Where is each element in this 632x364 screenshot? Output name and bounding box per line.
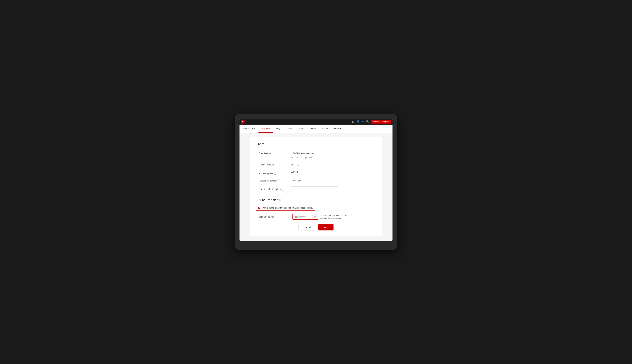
title-bar: ✕ ⊞ 👤 ✉ 🔍 Proceed to Logout bbox=[240, 119, 392, 124]
date-input-wrap: 📅 bbox=[292, 214, 318, 220]
logout-button[interactable]: Proceed to Logout bbox=[371, 120, 391, 124]
processing-fee-info-icon[interactable]: i bbox=[274, 172, 276, 175]
nav-request[interactable]: Request bbox=[331, 124, 346, 133]
purpose-of-transfer-row: Purpose of Transfer i Transport Food Edu… bbox=[256, 178, 376, 183]
nav-transfer[interactable]: Transfer bbox=[258, 124, 273, 133]
from-account-select[interactable]: POSB eSavings Account DBS Savings Accoun… bbox=[291, 150, 338, 156]
nav-invest[interactable]: Invest bbox=[306, 124, 319, 133]
form-container: From From Account POSB eSavings Account … bbox=[250, 137, 382, 236]
comments-row: Comments for Recipient i bbox=[256, 186, 376, 192]
purpose-of-transfer-select[interactable]: Transport Food Education Medical Others bbox=[291, 178, 338, 183]
currency-label: S$ bbox=[291, 164, 294, 166]
date-input[interactable] bbox=[293, 214, 312, 219]
calendar-icon[interactable]: 📅 bbox=[312, 214, 318, 220]
comments-control bbox=[291, 186, 373, 192]
comments-info-icon[interactable]: i bbox=[282, 188, 284, 190]
nav-plan[interactable]: Plan bbox=[296, 124, 306, 133]
processing-fee-label: Processing Fee i bbox=[259, 170, 291, 175]
from-account-label: From Account bbox=[259, 150, 291, 154]
future-transfer-section-title: Future Transfer i bbox=[256, 198, 376, 202]
processing-fee-row: Processing Fee i Waived bbox=[256, 170, 376, 175]
future-transfer-checkbox-row[interactable]: I would like to make this transfer on a … bbox=[256, 205, 315, 211]
date-of-transfer-label: Date Of Transfer bbox=[259, 216, 291, 218]
date-of-transfer-row: Date Of Transfer 📅 You may specify a dat… bbox=[256, 214, 376, 220]
from-account-control: POSB eSavings Account DBS Savings Accoun… bbox=[291, 150, 373, 159]
comments-input[interactable] bbox=[291, 186, 338, 192]
nav-pay[interactable]: Pay bbox=[273, 124, 283, 133]
button-row: Cancel Next bbox=[256, 224, 376, 230]
processing-fee-value: Waived bbox=[291, 170, 373, 173]
future-transfer-info-icon[interactable]: i bbox=[279, 199, 282, 201]
from-section-title: From bbox=[256, 142, 376, 148]
next-button[interactable]: Next bbox=[318, 224, 334, 230]
close-button[interactable]: ✕ bbox=[241, 120, 244, 124]
transfer-amount-input[interactable]: 10 bbox=[295, 162, 315, 167]
future-transfer-checkbox-label: I would like to make this transfer on a … bbox=[262, 207, 313, 209]
nav-my-accounts[interactable]: My Accounts bbox=[240, 124, 258, 133]
cancel-button[interactable]: Cancel bbox=[298, 224, 316, 230]
search-icon[interactable]: 🔍 bbox=[366, 120, 369, 124]
transfer-amount-row: Transfer Amount S$ 10 bbox=[256, 162, 376, 167]
purpose-info-icon[interactable]: i bbox=[278, 180, 280, 182]
future-transfer-checkbox[interactable] bbox=[258, 207, 260, 209]
nav-cards[interactable]: Cards bbox=[283, 124, 296, 133]
mail-icon[interactable]: ✉ bbox=[362, 120, 364, 124]
purpose-of-transfer-label: Purpose of Transfer i bbox=[259, 178, 291, 182]
transfer-amount-control: S$ 10 bbox=[291, 162, 373, 167]
purpose-of-transfer-control: Transport Food Education Medical Others … bbox=[291, 178, 373, 183]
comments-label: Comments for Recipient i bbox=[259, 186, 291, 190]
nav-bar: My Accounts Transfer Pay Cards Plan Inve… bbox=[240, 124, 392, 133]
user-icon[interactable]: 👤 bbox=[356, 120, 360, 124]
date-hint: You may specify a date up to 30 calendar… bbox=[320, 214, 349, 220]
from-account-row: From Account POSB eSavings Account DBS S… bbox=[256, 150, 376, 159]
account-balance: SGD Balance: S$1,400.94 bbox=[291, 157, 373, 159]
transfer-amount-label: Transfer Amount bbox=[259, 162, 291, 166]
network-icon: ⊞ bbox=[352, 120, 354, 124]
nav-apply[interactable]: Apply bbox=[319, 124, 331, 133]
main-content: From From Account POSB eSavings Account … bbox=[240, 133, 392, 241]
